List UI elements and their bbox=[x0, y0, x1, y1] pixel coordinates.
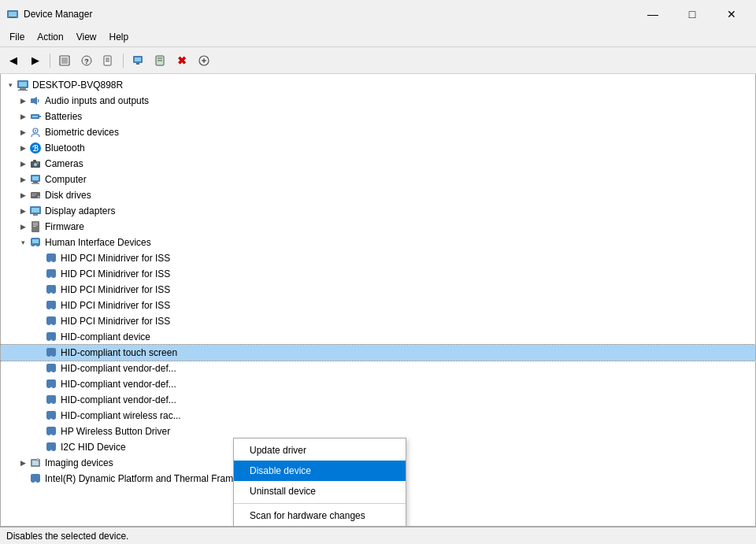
svg-text:ℬ: ℬ bbox=[32, 144, 39, 153]
svg-rect-44 bbox=[32, 195, 35, 196]
svg-rect-35 bbox=[33, 160, 36, 162]
svg-rect-27 bbox=[39, 116, 41, 117]
svg-rect-4 bbox=[61, 57, 68, 64]
svg-point-73 bbox=[51, 336, 56, 341]
tree-item-hidcomp1[interactable]: HID-compliant device bbox=[1, 329, 755, 345]
expand-imaging[interactable]: ▶ bbox=[17, 457, 29, 469]
title-bar: Device Manager — □ ✕ bbox=[0, 0, 756, 27]
status-bar: Disables the selected device. bbox=[0, 527, 756, 544]
expand-root[interactable]: ▾ bbox=[4, 79, 17, 91]
tree-item-hidtouch[interactable]: HID-compliant touch screen bbox=[1, 345, 755, 361]
diskdrives-icon bbox=[29, 189, 42, 202]
expand-cameras[interactable]: ▶ bbox=[17, 157, 29, 170]
ctx-disable-device[interactable]: Disable device bbox=[234, 461, 406, 481]
hid-child-icon-4 bbox=[45, 299, 57, 312]
update-driver-button[interactable] bbox=[98, 51, 119, 70]
window-icon bbox=[6, 8, 19, 20]
svg-point-78 bbox=[46, 368, 51, 372]
imaging-label: Imaging devices bbox=[45, 457, 113, 468]
intel-icon bbox=[29, 472, 42, 485]
tree-item-hidvend3[interactable]: HID-compliant vendor-def... bbox=[1, 392, 755, 408]
ctx-update-driver[interactable]: Update driver bbox=[234, 440, 406, 461]
expand-biometric[interactable]: ▶ bbox=[17, 126, 29, 139]
svg-rect-12 bbox=[135, 57, 141, 61]
show-hide-button[interactable] bbox=[54, 51, 75, 70]
svg-rect-24 bbox=[18, 90, 28, 91]
expand-batteries[interactable]: ▶ bbox=[17, 110, 29, 123]
tree-item-hidvend1[interactable]: HID-compliant vendor-def... bbox=[1, 361, 755, 376]
remove-button[interactable]: ✖ bbox=[172, 51, 192, 70]
hpwireless-label: HP Wireless Button Driver bbox=[61, 426, 170, 437]
hidcomp1-label: HID-compliant device bbox=[61, 331, 150, 342]
svg-point-63 bbox=[46, 289, 51, 294]
bluetooth-label: Bluetooth bbox=[45, 142, 85, 154]
forward-button[interactable]: ▶ bbox=[25, 51, 46, 70]
expand-computer[interactable]: ▶ bbox=[17, 173, 29, 186]
menu-help[interactable]: Help bbox=[103, 30, 135, 44]
svg-point-67 bbox=[51, 305, 56, 309]
tree-item-diskdrives[interactable]: ▶ Disk drives bbox=[1, 187, 755, 203]
tree-item-computer[interactable]: ▶ Computer bbox=[1, 172, 755, 187]
svg-point-90 bbox=[46, 431, 51, 435]
svg-point-69 bbox=[46, 320, 51, 325]
svg-rect-39 bbox=[33, 182, 38, 183]
maximize-button[interactable]: □ bbox=[674, 6, 710, 23]
tree-item-display[interactable]: ▶ Display adapters bbox=[1, 203, 755, 219]
svg-point-87 bbox=[46, 415, 51, 420]
hid1-label: HID PCI Minidriver for ISS bbox=[61, 253, 170, 264]
svg-point-57 bbox=[46, 257, 51, 262]
svg-point-66 bbox=[46, 305, 51, 309]
diskdrives-label: Disk drives bbox=[45, 190, 91, 201]
close-button[interactable]: ✕ bbox=[713, 6, 750, 23]
expand-display[interactable]: ▶ bbox=[17, 205, 29, 217]
tree-item-hid2[interactable]: HID PCI Minidriver for ISS bbox=[1, 266, 755, 282]
expand-audio[interactable]: ▶ bbox=[17, 94, 29, 107]
svg-point-91 bbox=[51, 431, 56, 435]
scan-button[interactable] bbox=[194, 51, 214, 70]
tree-item-cameras[interactable]: ▶ Cameras bbox=[1, 156, 755, 172]
tree-item-hid1[interactable]: HID PCI Minidriver for ISS bbox=[1, 250, 755, 266]
tree-item-hid3[interactable]: HID PCI Minidriver for ISS bbox=[1, 282, 755, 298]
hid-icon bbox=[29, 236, 42, 249]
menu-view[interactable]: View bbox=[70, 30, 103, 44]
tree-panel[interactable]: ▾ DESKTOP-BVQ898R ▶ Audio bbox=[1, 74, 755, 526]
toolbar-separator-1 bbox=[50, 54, 50, 68]
expand-bluetooth[interactable]: ▶ bbox=[17, 142, 29, 154]
tree-item-hid4[interactable]: HID PCI Minidriver for ISS bbox=[1, 298, 755, 313]
tree-item-hidvend2[interactable]: HID-compliant vendor-def... bbox=[1, 376, 755, 392]
minimize-button[interactable]: — bbox=[635, 6, 671, 23]
tree-item-hid5[interactable]: HID PCI Minidriver for ISS bbox=[1, 313, 755, 329]
svg-point-70 bbox=[51, 320, 56, 325]
svg-rect-43 bbox=[32, 194, 37, 194]
expand-diskdrives[interactable]: ▶ bbox=[17, 189, 29, 202]
svg-rect-55 bbox=[32, 239, 39, 243]
hidvend3-icon bbox=[45, 394, 57, 406]
svg-rect-38 bbox=[32, 176, 39, 180]
menu-action[interactable]: Action bbox=[31, 30, 69, 44]
back-button[interactable]: ◀ bbox=[3, 51, 24, 70]
ctx-uninstall-device[interactable]: Uninstall device bbox=[234, 481, 406, 501]
hidwireless-icon bbox=[45, 409, 57, 422]
tree-root[interactable]: ▾ DESKTOP-BVQ898R bbox=[1, 77, 755, 93]
hidvend1-icon bbox=[45, 362, 57, 375]
ctx-scan-hardware[interactable]: Scan for hardware changes bbox=[234, 505, 406, 526]
tree-item-firmware[interactable]: ▶ Firmware bbox=[1, 219, 755, 235]
uninstall-button[interactable] bbox=[150, 51, 170, 70]
tree-item-audio[interactable]: ▶ Audio inputs and outputs bbox=[1, 93, 755, 109]
hidvend3-label: HID-compliant vendor-def... bbox=[61, 394, 176, 405]
computer-label: Computer bbox=[45, 174, 87, 185]
svg-rect-23 bbox=[20, 88, 26, 90]
properties-help-button[interactable]: ? bbox=[76, 51, 97, 70]
tree-item-bluetooth[interactable]: ▶ ℬ Bluetooth bbox=[1, 140, 755, 156]
tree-item-hpwireless[interactable]: HP Wireless Button Driver bbox=[1, 424, 755, 439]
tree-item-hidwireless[interactable]: HID-compliant wireless rac... bbox=[1, 408, 755, 424]
monitor-button[interactable] bbox=[128, 51, 148, 70]
svg-rect-13 bbox=[136, 63, 139, 65]
expand-firmware[interactable]: ▶ bbox=[17, 220, 29, 233]
menu-file[interactable]: File bbox=[3, 30, 31, 44]
tree-item-biometric[interactable]: ▶ Biometric devices bbox=[1, 124, 755, 140]
tree-item-batteries[interactable]: ▶ Batteries bbox=[1, 109, 755, 124]
expand-hid[interactable]: ▾ bbox=[17, 236, 29, 249]
batteries-label: Batteries bbox=[45, 111, 82, 122]
tree-item-hid[interactable]: ▾ Human Interface Devices bbox=[1, 235, 755, 250]
